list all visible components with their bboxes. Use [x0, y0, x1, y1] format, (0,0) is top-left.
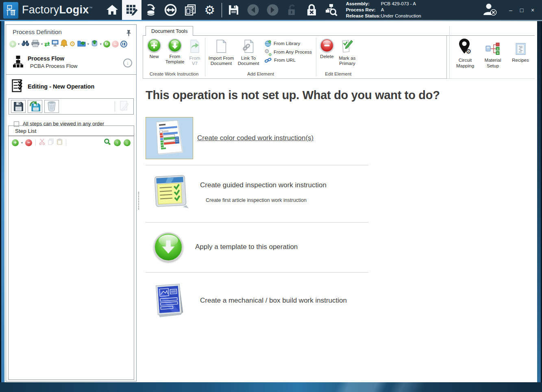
checklist-icon	[12, 79, 24, 94]
process-editor-icon[interactable]	[122, 0, 141, 20]
ribbon-bottom-line	[447, 78, 535, 79]
option-color-coded[interactable]: Create color coded work instruction(s)	[146, 115, 368, 165]
print-icon[interactable]	[31, 40, 39, 49]
pin-icon[interactable]	[126, 30, 131, 38]
color-coded-doc-icon[interactable]	[146, 117, 193, 159]
svg-text:⚙: ⚙	[466, 48, 471, 55]
expand-down-icon[interactable]: ↓	[123, 58, 132, 67]
panel-splitter[interactable]	[137, 21, 140, 382]
gear-gold-icon[interactable]: ⚙	[69, 41, 75, 48]
process-definition-panel: Process Definition +▾ ▾ ⇄ ⚙ ▾ ▾ ↻ −	[6, 24, 137, 381]
search-binoculars-icon[interactable]	[21, 40, 30, 48]
editing-header: Editing - New Operation	[6, 75, 136, 97]
mechanical-box-label[interactable]: Create a mechanical / box build work ins…	[200, 297, 347, 305]
assembly-value: PCB 429-073 - A	[381, 1, 416, 7]
guided-inspection-icon[interactable]	[152, 172, 189, 212]
minimize-button[interactable]: –	[507, 7, 514, 13]
maximize-button[interactable]: □	[518, 7, 525, 13]
export-dropdown-icon[interactable]: ▾	[87, 42, 89, 46]
paste-icon	[57, 139, 63, 147]
app-body: Process Definition +▾ ▾ ⇄ ⚙ ▾ ▾ ↻ −	[4, 21, 537, 382]
process-rev-label: Process Rev:	[346, 7, 381, 13]
ribbon-right-separator	[449, 26, 450, 79]
app-logo-icon	[3, 2, 18, 19]
move-up-icon[interactable]: ↑	[114, 139, 121, 146]
recipes-button[interactable]: Recipes	[509, 37, 532, 63]
from-library-item[interactable]: From Library	[265, 40, 312, 47]
process-search-icon[interactable]	[322, 0, 341, 20]
tab-document-tools[interactable]: Document Tools	[146, 26, 193, 37]
pause-icon[interactable]	[120, 41, 127, 48]
bell-icon[interactable]	[61, 39, 67, 49]
material-setup-button[interactable]: AA Material Setup	[481, 37, 505, 69]
copy-icon	[48, 139, 54, 147]
logout-user-icon[interactable]	[483, 3, 497, 17]
group-edit-element: Delete Mark as Primary Edit Element	[316, 36, 360, 78]
process-flow-subtitle: PCBA Process Flow	[30, 63, 77, 69]
ribbon-tabstrip: Document Tools	[143, 26, 535, 36]
lock-close-icon[interactable]	[302, 0, 322, 20]
presentation-icon[interactable]	[51, 39, 59, 49]
import-from-document-button[interactable]: Import From Document	[207, 38, 235, 66]
stop-icon: −	[112, 41, 119, 48]
export-folder-icon[interactable]	[77, 40, 86, 48]
release-status-label: Release Status:	[346, 13, 381, 19]
add-step-icon[interactable]: +	[12, 139, 19, 146]
guided-inspection-label[interactable]: Create guided inspection work instructio…	[200, 181, 327, 189]
step-list-title: Step List	[9, 126, 134, 136]
process-flow-icon	[13, 55, 24, 69]
titlebar-toolbar: ⚙	[102, 0, 341, 20]
first-article-sub-option[interactable]: Create first article inspection work ins…	[206, 197, 327, 203]
save-operation-button[interactable]	[11, 100, 26, 113]
mark-as-primary-button[interactable]: Mark as Primary	[336, 38, 359, 66]
group-add-element: Import From Document Link To Document Fr…	[205, 36, 316, 78]
group-create-work-instruction: New From Template From V7 Create Work In…	[143, 36, 205, 78]
page-title: This operation is not set up. What do yo…	[146, 89, 440, 102]
back-icon	[244, 0, 263, 20]
close-button[interactable]: ×	[529, 7, 536, 13]
app-window: FactoryLogix™	[0, 0, 542, 392]
panel-title: Process Definition	[6, 25, 136, 36]
apply-template-icon[interactable]	[154, 232, 183, 262]
import-bucket-icon[interactable]	[91, 39, 98, 49]
data-import-icon[interactable]	[141, 0, 161, 20]
add-step-dropdown-icon[interactable]: ▾	[21, 141, 23, 145]
options-list: Create color coded work instruction(s)	[146, 115, 368, 332]
create-color-coded-link[interactable]: Create color coded work instruction(s)	[197, 134, 313, 142]
print-dropdown-icon[interactable]: ▾	[41, 42, 43, 46]
brand-wordmark: FactoryLogix™	[22, 4, 93, 16]
mechanical-box-icon[interactable]	[155, 282, 184, 320]
shuffle-icon[interactable]: ⇄	[44, 41, 50, 48]
new-button[interactable]: New	[145, 38, 163, 59]
circuit-mapping-button[interactable]: ⚙ Circuit Mapping	[453, 37, 477, 69]
remove-step-icon[interactable]: −	[25, 139, 32, 146]
documents-icon[interactable]	[181, 0, 200, 20]
process-flow-title: Process Flow	[28, 55, 77, 62]
delete-element-button[interactable]: Delete	[318, 38, 336, 59]
find-step-icon[interactable]	[104, 138, 111, 147]
process-flow-row[interactable]: Process Flow PCBA Process Flow ↓	[6, 51, 136, 75]
add-icon: +	[9, 41, 16, 48]
option-mechanical-box-build[interactable]: Create a mechanical / box build work ins…	[146, 273, 368, 332]
context-info: Assembly:PCB 429-073 - A Process Rev:A R…	[346, 1, 421, 19]
from-url-item[interactable]: From URL	[265, 57, 312, 63]
home-icon[interactable]	[102, 0, 122, 20]
from-any-process-item[interactable]: ⚙⚙ From Any Process	[265, 49, 312, 55]
save-icon[interactable]	[224, 0, 244, 20]
option-guided-inspection[interactable]: Create guided inspection work instructio…	[146, 165, 368, 223]
refresh-icon[interactable]: ↻	[103, 41, 110, 48]
sync-transfer-icon[interactable]	[161, 0, 181, 20]
ribbon: New From Template From V7 Create Work In…	[143, 36, 447, 79]
move-down-icon[interactable]: ↓	[124, 139, 131, 146]
editing-toolbar	[9, 98, 134, 115]
from-template-button[interactable]: From Template	[163, 38, 186, 65]
group-label: Create Work Instruction	[145, 70, 203, 78]
assembly-label: Assembly:	[346, 1, 381, 7]
delete-operation-button[interactable]	[44, 100, 59, 113]
apply-template-label[interactable]: Apply a template to this operation	[195, 243, 298, 251]
link-to-document-button[interactable]: Link To Document	[235, 38, 261, 66]
option-apply-template[interactable]: Apply a template to this operation	[146, 223, 368, 273]
save-and-close-button[interactable]	[28, 100, 42, 113]
settings-gear-icon[interactable]: ⚙	[200, 0, 220, 20]
import-dropdown-icon[interactable]: ▾	[100, 42, 102, 46]
